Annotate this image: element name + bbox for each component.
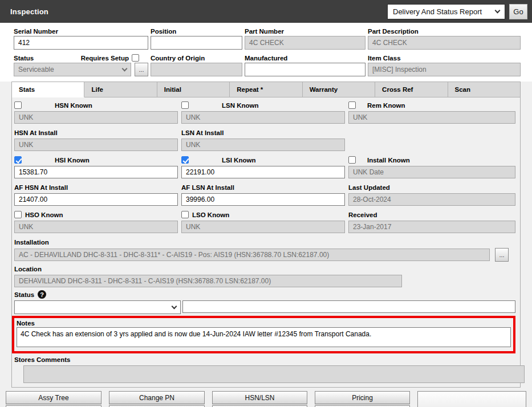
tab-warranty[interactable]: Warranty: [303, 82, 375, 97]
tab-initial[interactable]: Initial: [157, 82, 230, 97]
change-pn-button[interactable]: Change PN: [109, 391, 205, 404]
lso-known-checkbox[interactable]: [181, 211, 189, 218]
tab-scan[interactable]: Scan: [448, 82, 520, 97]
hsi-known-label: HSI Known: [55, 157, 90, 164]
go-button[interactable]: Go: [509, 4, 527, 19]
received-label: Received: [348, 211, 377, 218]
install-known-checkbox[interactable]: [348, 156, 356, 164]
item-class-field: [MISC] Inspection: [368, 63, 521, 76]
chevron-down-icon: [172, 303, 177, 309]
assy-tree-button[interactable]: Assy Tree: [6, 391, 101, 404]
status-section-label: Status: [14, 291, 34, 298]
last-updated-field: 28-Oct-2024: [348, 193, 515, 206]
notes-label: Notes: [17, 319, 511, 327]
tab-cross-ref[interactable]: Cross Ref: [375, 82, 448, 97]
tab-repeat[interactable]: Repeat *: [230, 82, 302, 97]
hsn-field: UNK: [14, 111, 178, 124]
rem-field: UNK: [348, 111, 515, 124]
part-number-label: Part Number: [245, 26, 366, 36]
lsn-at-install-field: UNK: [181, 139, 345, 151]
manufactured-input[interactable]: [245, 63, 366, 76]
hsn-at-install-label: HSN At Install: [14, 129, 58, 136]
position-input[interactable]: [151, 36, 242, 50]
hsi-input[interactable]: [14, 166, 178, 178]
tab-life[interactable]: Life: [84, 82, 157, 97]
stats-panel: HSN Known UNK LSN Known UNK Rem Known: [12, 97, 520, 387]
country-of-origin-field: [151, 63, 242, 76]
hsi-known-checkbox[interactable]: [14, 156, 22, 164]
notes-textarea[interactable]: 4C Check has an extension of 3 yrs appli…: [17, 327, 511, 347]
item-class-label: Item Class: [368, 53, 521, 63]
lsn-at-install-label: LSN At Install: [181, 129, 224, 136]
installation-field: AC - DEHAVILLAND DHC-8-311 - DHC-8-311* …: [14, 249, 490, 261]
lsn-known-label: LSN Known: [222, 102, 259, 109]
af-hsn-at-install-label: AF HSN At Install: [14, 184, 68, 191]
part-description-label: Part Description: [368, 26, 521, 36]
item-header-form: Serial Number Position Part Number Part …: [0, 23, 532, 82]
status-select-value: Serviceable: [18, 66, 54, 74]
rem-known-checkbox[interactable]: [348, 101, 356, 109]
hsn-lsn-button[interactable]: HSN/LSN: [212, 391, 307, 404]
install-date-field: UNK Date: [348, 166, 515, 178]
part-description-field: 4C CHECK: [368, 36, 521, 50]
status-select: Serviceable: [14, 63, 131, 76]
requires-setup-label: Requires Setup: [81, 55, 129, 62]
stores-comments-field: [23, 365, 525, 383]
status-text-input[interactable]: [182, 300, 515, 313]
report-select[interactable]: Delivery And Status Report: [387, 4, 505, 19]
location-field: DEHAVILLAND DHC-8-311 - DHC-8-311 - C-AI…: [14, 275, 402, 287]
af-hsn-at-install-input[interactable]: [14, 193, 178, 206]
hso-known-checkbox[interactable]: [14, 211, 22, 218]
rem-known-label: Rem Known: [367, 102, 405, 109]
position-label: Position: [151, 26, 242, 36]
chevron-down-icon: [495, 7, 501, 13]
status-reason-select[interactable]: [14, 300, 181, 314]
manufactured-label: Manufactured: [245, 53, 366, 63]
install-known-label: Install Known: [367, 157, 410, 164]
lso-field: UNK: [181, 221, 345, 233]
lsi-known-label: LSI Known: [222, 157, 255, 164]
serial-number-input[interactable]: [14, 36, 148, 50]
lsi-known-checkbox[interactable]: [181, 156, 189, 164]
part-number-field: 4C CHECK: [245, 36, 366, 50]
lsi-input[interactable]: [181, 166, 345, 178]
help-icon[interactable]: ?: [38, 290, 46, 299]
hso-known-label: HSO Known: [25, 211, 63, 218]
page-title: Inspection: [10, 7, 48, 16]
notes-highlight-box: Notes 4C Check has an extension of 3 yrs…: [12, 316, 515, 353]
inspection-window: Inspection Delivery And Status Report Go…: [0, 0, 532, 407]
tab-stats[interactable]: Stats: [12, 82, 84, 97]
hsn-known-label: HSN Known: [55, 102, 92, 109]
serial-number-label: Serial Number: [14, 26, 148, 36]
country-of-origin-label: Country of Origin: [151, 53, 242, 63]
status-label: Status: [14, 55, 34, 62]
tab-strip: Stats Life Initial Repeat * Warranty Cro…: [12, 82, 520, 97]
location-label: Location: [14, 266, 42, 272]
requires-setup-checkbox[interactable]: [132, 54, 139, 62]
hsn-known-checkbox[interactable]: [14, 101, 22, 109]
installation-ellipsis-button[interactable]: ...: [495, 248, 509, 262]
lso-known-label: LSO Known: [192, 211, 229, 218]
last-updated-label: Last Updated: [348, 184, 390, 191]
pricing-button[interactable]: Pricing: [315, 391, 410, 404]
af-lsn-at-install-input[interactable]: [181, 193, 345, 206]
stores-comments-label: Stores Comments: [14, 356, 70, 363]
hsn-at-install-field: UNK: [14, 139, 178, 151]
chevron-down-icon: [122, 66, 128, 71]
hso-field: UNK: [14, 221, 178, 233]
received-field: 23-Jan-2017: [348, 221, 515, 233]
save-button[interactable]: Save: [417, 391, 526, 407]
af-lsn-at-install-label: AF LSN At Install: [181, 184, 234, 191]
lsn-known-checkbox[interactable]: [181, 101, 189, 109]
installation-label: Installation: [14, 239, 49, 246]
title-bar: Inspection Delivery And Status Report Go: [0, 0, 532, 23]
tab-container: Stats Life Initial Repeat * Warranty Cro…: [11, 82, 521, 388]
lsn-field: UNK: [181, 111, 345, 124]
action-button-grid: Assy Tree Change PN HSN/LSN Pricing Save…: [0, 388, 532, 407]
status-ellipsis-button[interactable]: ...: [135, 63, 148, 76]
report-select-value: Delivery And Status Report: [393, 7, 496, 16]
